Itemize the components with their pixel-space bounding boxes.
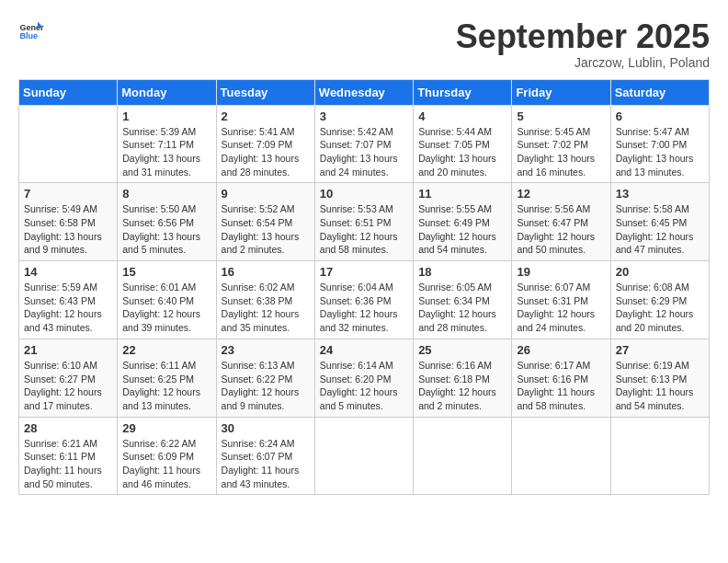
day-info-20: Sunrise: 6:08 AM Sunset: 6:29 PM Dayligh… [616,281,704,335]
day-info-18: Sunrise: 6:05 AM Sunset: 6:34 PM Dayligh… [418,281,506,335]
day-number-17: 17 [320,265,408,279]
day-info-7: Sunrise: 5:49 AM Sunset: 6:58 PM Dayligh… [24,202,112,257]
day-info-10: Sunrise: 5:53 AM Sunset: 6:51 PM Dayligh… [320,202,408,257]
day-info-21: Sunrise: 6:10 AM Sunset: 6:27 PM Dayligh… [24,359,112,413]
cell-w3-d6: 27Sunrise: 6:19 AM Sunset: 6:13 PM Dayli… [610,339,709,417]
day-info-14: Sunrise: 5:59 AM Sunset: 6:43 PM Dayligh… [24,281,112,335]
day-info-12: Sunrise: 5:56 AM Sunset: 6:47 PM Dayligh… [517,202,605,257]
cell-w1-d5: 12Sunrise: 5:56 AM Sunset: 6:47 PM Dayli… [512,183,610,261]
cell-w4-d5 [512,417,610,495]
cell-w2-d3: 17Sunrise: 6:04 AM Sunset: 6:36 PM Dayli… [314,261,413,339]
location: Jarczow, Lublin, Poland [456,55,710,70]
day-number-27: 27 [616,343,704,357]
week-row-2: 14Sunrise: 5:59 AM Sunset: 6:43 PM Dayli… [19,261,710,339]
day-info-23: Sunrise: 6:13 AM Sunset: 6:22 PM Dayligh… [222,359,310,413]
day-info-11: Sunrise: 5:55 AM Sunset: 6:49 PM Dayligh… [418,202,506,257]
cell-w2-d5: 19Sunrise: 6:07 AM Sunset: 6:31 PM Dayli… [512,261,610,339]
day-number-30: 30 [222,421,310,435]
cell-w2-d1: 15Sunrise: 6:01 AM Sunset: 6:40 PM Dayli… [118,261,216,339]
day-number-15: 15 [122,265,210,279]
day-number-18: 18 [418,265,506,279]
day-info-3: Sunrise: 5:42 AM Sunset: 7:07 PM Dayligh… [320,125,408,179]
day-number-28: 28 [24,421,112,435]
cell-w4-d3 [314,417,413,495]
day-info-15: Sunrise: 6:01 AM Sunset: 6:40 PM Dayligh… [122,281,210,335]
cell-w0-d2: 2Sunrise: 5:41 AM Sunset: 7:09 PM Daylig… [216,105,314,183]
cell-w4-d6 [610,417,709,495]
header-monday: Monday [118,79,216,105]
day-info-19: Sunrise: 6:07 AM Sunset: 6:31 PM Dayligh… [517,281,605,335]
cell-w3-d2: 23Sunrise: 6:13 AM Sunset: 6:22 PM Dayli… [216,339,314,417]
cell-w0-d1: 1Sunrise: 5:39 AM Sunset: 7:11 PM Daylig… [118,105,216,183]
logo: General Blue [18,18,44,44]
day-number-23: 23 [222,343,310,357]
day-number-26: 26 [517,343,605,357]
header-sunday: Sunday [19,79,118,105]
cell-w0-d3: 3Sunrise: 5:42 AM Sunset: 7:07 PM Daylig… [314,105,413,183]
title-block: September 2025 Jarczow, Lublin, Poland [456,18,710,70]
cell-w2-d6: 20Sunrise: 6:08 AM Sunset: 6:29 PM Dayli… [610,261,709,339]
cell-w2-d4: 18Sunrise: 6:05 AM Sunset: 6:34 PM Dayli… [414,261,512,339]
day-number-2: 2 [222,109,310,123]
cell-w3-d5: 26Sunrise: 6:17 AM Sunset: 6:16 PM Dayli… [512,339,610,417]
week-row-1: 7Sunrise: 5:49 AM Sunset: 6:58 PM Daylig… [19,183,710,261]
day-info-8: Sunrise: 5:50 AM Sunset: 6:56 PM Dayligh… [122,202,210,257]
day-number-9: 9 [222,187,310,201]
day-number-5: 5 [517,109,605,123]
day-info-4: Sunrise: 5:44 AM Sunset: 7:05 PM Dayligh… [418,125,506,179]
day-number-29: 29 [122,421,210,435]
page-header: General Blue September 2025 Jarczow, Lub… [18,18,710,70]
cell-w3-d4: 25Sunrise: 6:16 AM Sunset: 6:18 PM Dayli… [414,339,512,417]
day-info-27: Sunrise: 6:19 AM Sunset: 6:13 PM Dayligh… [616,359,704,413]
day-number-24: 24 [320,343,408,357]
logo-icon: General Blue [18,18,44,44]
day-number-19: 19 [517,265,605,279]
header-wednesday: Wednesday [314,79,413,105]
day-number-21: 21 [24,343,112,357]
day-number-8: 8 [122,187,210,201]
day-number-3: 3 [320,109,408,123]
calendar-header-row: Sunday Monday Tuesday Wednesday Thursday… [19,79,710,105]
day-number-13: 13 [616,187,704,201]
header-saturday: Saturday [610,79,709,105]
cell-w1-d4: 11Sunrise: 5:55 AM Sunset: 6:49 PM Dayli… [414,183,512,261]
cell-w3-d0: 21Sunrise: 6:10 AM Sunset: 6:27 PM Dayli… [19,339,118,417]
header-tuesday: Tuesday [216,79,314,105]
day-info-6: Sunrise: 5:47 AM Sunset: 7:00 PM Dayligh… [616,125,704,179]
day-info-25: Sunrise: 6:16 AM Sunset: 6:18 PM Dayligh… [418,359,506,413]
cell-w4-d1: 29Sunrise: 6:22 AM Sunset: 6:09 PM Dayli… [118,417,216,495]
day-info-17: Sunrise: 6:04 AM Sunset: 6:36 PM Dayligh… [320,281,408,335]
day-number-16: 16 [222,265,310,279]
day-number-4: 4 [418,109,506,123]
cell-w3-d1: 22Sunrise: 6:11 AM Sunset: 6:25 PM Dayli… [118,339,216,417]
day-number-12: 12 [517,187,605,201]
cell-w1-d6: 13Sunrise: 5:58 AM Sunset: 6:45 PM Dayli… [610,183,709,261]
cell-w4-d0: 28Sunrise: 6:21 AM Sunset: 6:11 PM Dayli… [19,417,118,495]
cell-w1-d3: 10Sunrise: 5:53 AM Sunset: 6:51 PM Dayli… [314,183,413,261]
cell-w2-d2: 16Sunrise: 6:02 AM Sunset: 6:38 PM Dayli… [216,261,314,339]
week-row-0: 1Sunrise: 5:39 AM Sunset: 7:11 PM Daylig… [19,105,710,183]
day-number-10: 10 [320,187,408,201]
day-info-22: Sunrise: 6:11 AM Sunset: 6:25 PM Dayligh… [122,359,210,413]
svg-text:Blue: Blue [19,31,38,40]
cell-w4-d2: 30Sunrise: 6:24 AM Sunset: 6:07 PM Dayli… [216,417,314,495]
day-info-16: Sunrise: 6:02 AM Sunset: 6:38 PM Dayligh… [222,281,310,335]
cell-w3-d3: 24Sunrise: 6:14 AM Sunset: 6:20 PM Dayli… [314,339,413,417]
month-title: September 2025 [456,18,710,55]
day-info-5: Sunrise: 5:45 AM Sunset: 7:02 PM Dayligh… [517,125,605,179]
day-info-2: Sunrise: 5:41 AM Sunset: 7:09 PM Dayligh… [222,125,310,179]
cell-w0-d6: 6Sunrise: 5:47 AM Sunset: 7:00 PM Daylig… [610,105,709,183]
day-number-22: 22 [122,343,210,357]
day-number-1: 1 [122,109,210,123]
cell-w1-d0: 7Sunrise: 5:49 AM Sunset: 6:58 PM Daylig… [19,183,118,261]
cell-w0-d0 [19,105,118,183]
cell-w1-d1: 8Sunrise: 5:50 AM Sunset: 6:56 PM Daylig… [118,183,216,261]
header-friday: Friday [512,79,610,105]
cell-w0-d4: 4Sunrise: 5:44 AM Sunset: 7:05 PM Daylig… [414,105,512,183]
day-number-14: 14 [24,265,112,279]
day-info-28: Sunrise: 6:21 AM Sunset: 6:11 PM Dayligh… [24,437,112,491]
day-info-26: Sunrise: 6:17 AM Sunset: 6:16 PM Dayligh… [517,359,605,413]
day-info-29: Sunrise: 6:22 AM Sunset: 6:09 PM Dayligh… [122,437,210,491]
day-number-25: 25 [418,343,506,357]
day-info-9: Sunrise: 5:52 AM Sunset: 6:54 PM Dayligh… [222,202,310,257]
